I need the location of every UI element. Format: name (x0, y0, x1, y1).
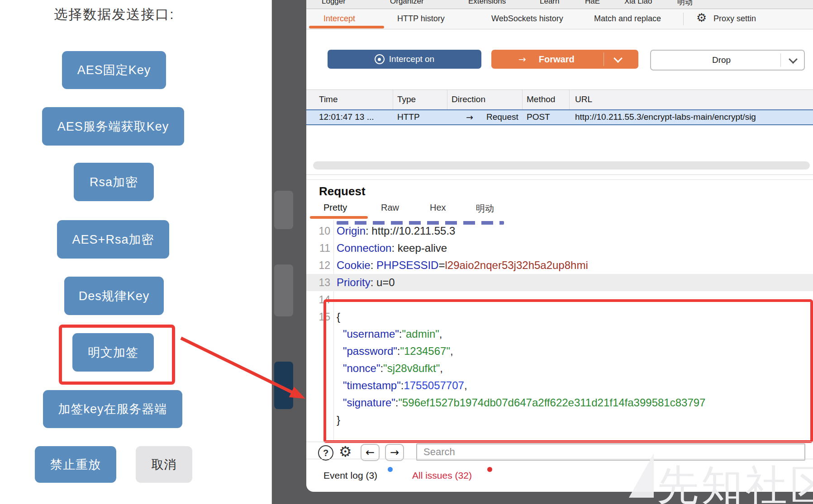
line-content: Cookie: PHPSESSID=l29aio2nqer53j32h5a2up… (337, 257, 588, 274)
tab-intercept[interactable]: Intercept (323, 14, 355, 24)
footer-divider (306, 459, 813, 459)
line-number: 13 (310, 274, 330, 291)
menu-item-learn[interactable]: Learn (540, 0, 559, 6)
chevron-down-icon[interactable] (613, 54, 623, 63)
row-cell-time: 12:01:47 13 ... (319, 112, 374, 122)
column-separator (447, 90, 447, 110)
menu-item-明动[interactable]: 明动 (677, 0, 693, 7)
syntax-token: : (371, 259, 376, 271)
request-panel-title: Request (319, 184, 366, 198)
menu-item-organizer[interactable]: Organizer (390, 0, 424, 6)
background-page-fragment (274, 191, 293, 229)
burp-proxy-window: LoggerOrganizerExtensionsLearnHaEXia Lia… (306, 0, 813, 492)
red-highlight-box (59, 325, 175, 385)
line-content: Origin: http://10.211.55.3 (337, 222, 455, 240)
column-header-type[interactable]: Type (397, 94, 416, 104)
editor-line: 10Origin: http://10.211.55.3 (306, 222, 813, 240)
syntax-token: : http://10.211.55.3 (366, 225, 455, 237)
proxy-settings-button[interactable]: Proxy settin (713, 14, 756, 24)
red-highlight-box-body (323, 299, 813, 443)
syntax-token: Cookie (337, 259, 371, 271)
intercept-on-button[interactable]: Intercept on (328, 50, 481, 69)
panel-title: 选择数据发送接口: (0, 5, 228, 24)
intercept-on-label: Intercept on (389, 54, 434, 64)
proxy-tab-bar: InterceptHTTP historyWebSockets historyM… (306, 9, 813, 29)
syntax-token: PHPSESSID (376, 259, 438, 271)
modal-button-8[interactable]: 禁止重放 (35, 446, 116, 483)
splitter-line (306, 179, 813, 180)
syntax-token: Priority (337, 276, 371, 288)
search-settings-gear-icon[interactable]: ⚙ (339, 443, 352, 460)
modal-button-7[interactable]: 加签key在服务器端 (43, 390, 182, 428)
column-header-direction[interactable]: Direction (452, 94, 485, 104)
column-separator (522, 90, 523, 110)
modal-button-9[interactable]: 取消 (136, 446, 192, 483)
forward-button[interactable]: → Forward (491, 50, 638, 69)
syntax-token: = (438, 259, 445, 271)
editor-line: 13Priority: u=0 (306, 274, 813, 291)
syntax-token: Origin (337, 225, 366, 237)
tab-match-and-replace[interactable]: Match and replace (594, 14, 661, 24)
drop-label: Drop (712, 55, 731, 65)
column-header-time[interactable]: Time (319, 94, 338, 104)
help-icon[interactable]: ? (318, 445, 333, 461)
tab-bar-divider (683, 13, 684, 25)
red-annotation-arrow (172, 325, 317, 407)
row-cell-method: POST (527, 112, 550, 122)
menu-item-logger[interactable]: Logger (322, 0, 346, 6)
editor-bottom-divider (306, 442, 813, 442)
button-divider (780, 53, 781, 67)
active-editor-tab-underline (310, 216, 368, 219)
editor-tab-raw[interactable]: Raw (381, 203, 399, 213)
screenshot-root: 选择数据发送接口: AES固定KeyAES服务端获取KeyRsa加密AES+Rs… (0, 0, 813, 504)
drop-button[interactable]: Drop (650, 50, 805, 71)
menu-item-hae[interactable]: HaE (585, 0, 600, 6)
line-content: Connection: keep-alive (337, 240, 447, 257)
tab-websockets-history[interactable]: WebSockets history (491, 14, 563, 24)
editor-tab-hex[interactable]: Hex (430, 203, 446, 213)
line-number: 11 (310, 240, 330, 257)
active-tab-underline (309, 26, 384, 28)
intercepted-request-row[interactable]: 12:01:47 13 ...HTTPPOSThttp://10.211.55.… (306, 109, 813, 125)
column-separator (393, 90, 393, 110)
event-log-notification-dot (388, 467, 393, 472)
syntax-token: Connection (337, 242, 391, 254)
horizontal-scrollbar[interactable] (313, 161, 810, 170)
forward-label: Forward (539, 54, 575, 65)
line-content: Priority: u=0 (337, 274, 395, 291)
row-cell-url: http://10.211.55.3/encrypt-labs-main/enc… (575, 112, 756, 122)
modal-button-2[interactable]: AES服务端获取Key (42, 107, 184, 146)
forward-arrow-icon: → (518, 54, 526, 65)
menu-item-extensions[interactable]: Extensions (468, 0, 506, 6)
editor-line: 11Connection: keep-alive (306, 240, 813, 257)
modal-button-5[interactable]: Des规律Key (64, 277, 164, 315)
button-divider (604, 52, 604, 66)
search-input[interactable] (416, 443, 805, 461)
background-page-fragment (274, 264, 293, 316)
editor-tab-明动[interactable]: 明动 (476, 203, 494, 215)
line-number: 10 (310, 222, 330, 240)
syntax-token: : u=0 (371, 276, 395, 288)
interface-picker-panel: 选择数据发送接口: AES固定KeyAES服务端获取KeyRsa加密AES+Rs… (0, 0, 272, 504)
row-cell-direction: Request (486, 112, 518, 122)
syntax-token: l29aio2nqer53j32h5a2up8hmi (445, 259, 588, 271)
splitter-line (306, 174, 813, 175)
tab-http-history[interactable]: HTTP history (397, 14, 445, 24)
burp-menubar: LoggerOrganizerExtensionsLearnHaEXia Lia… (306, 0, 813, 9)
issues-notification-dot (487, 467, 492, 472)
intercept-eye-icon (375, 54, 385, 64)
event-log-toggle[interactable]: Event log (3) (323, 466, 377, 485)
direction-arrow-icon: → (466, 112, 473, 122)
menu-item-xia-liao[interactable]: Xia Liao (624, 0, 652, 6)
row-cell-type: HTTP (397, 112, 420, 122)
column-header-method[interactable]: Method (527, 94, 555, 104)
modal-button-1[interactable]: AES固定Key (62, 51, 166, 89)
modal-button-4[interactable]: AES+Rsa加密 (57, 220, 169, 259)
chevron-down-icon[interactable] (789, 55, 798, 64)
syntax-token: : keep-alive (391, 242, 447, 254)
modal-button-3[interactable]: Rsa加密 (74, 163, 154, 201)
column-header-url[interactable]: URL (575, 94, 592, 104)
proxy-settings-gear-icon[interactable]: ⚙ (696, 11, 707, 24)
editor-tab-pretty[interactable]: Pretty (323, 203, 347, 213)
all-issues-toggle[interactable]: All issues (32) (412, 466, 472, 485)
